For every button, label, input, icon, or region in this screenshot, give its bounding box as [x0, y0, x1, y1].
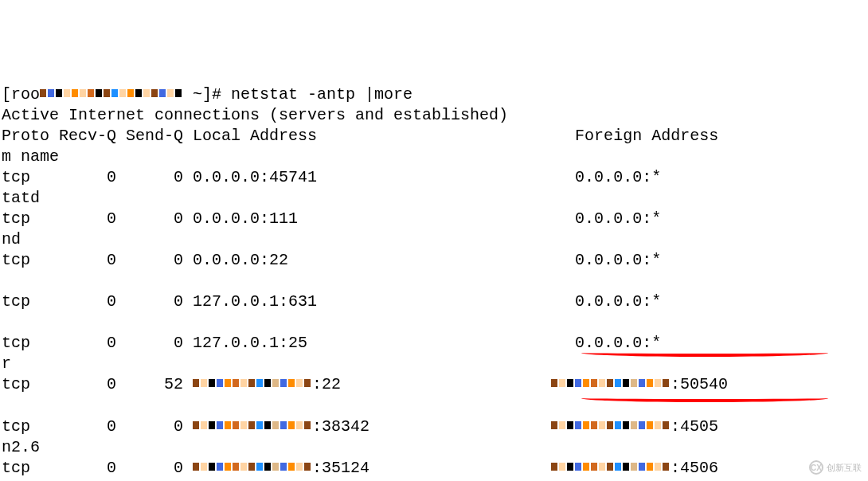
- table-row: tcp 0 0 127.0.0.1:631 0.0.0.0:*: [2, 291, 866, 312]
- row-wrap: nd: [2, 229, 866, 250]
- watermark-text: 创新互联: [827, 462, 862, 473]
- watermark: CX 创新互联: [809, 460, 862, 475]
- annotation-underline-icon: [581, 349, 828, 357]
- row-wrap: [2, 271, 866, 291]
- table-row: tcp 0 0 0.0.0.0:45741 0.0.0.0:*: [2, 167, 866, 188]
- column-headers: Proto Recv-Q Send-Q Local Address Foreig…: [2, 126, 866, 147]
- table-row: tcp 0 0 0.0.0.0:22 0.0.0.0:*: [2, 250, 866, 271]
- table-row: tcp 0 52 :22 :50540: [2, 374, 866, 395]
- row-wrap: tatd: [2, 188, 866, 209]
- header-title: Active Internet connections (servers and…: [2, 105, 866, 126]
- header-wrap: m name: [2, 147, 866, 167]
- row-wrap: r: [2, 354, 866, 374]
- terminal-output: [roo ~]# netstat -antp |moreActive Inter…: [2, 84, 866, 481]
- annotation-underline-icon: [581, 394, 828, 402]
- row-wrap: n2.6: [2, 437, 866, 458]
- table-row: tcp 0 0 0.0.0.0:111 0.0.0.0:*: [2, 209, 866, 229]
- table-row: tcp 0 0 :38342 :4505: [2, 416, 866, 437]
- watermark-logo-icon: CX: [809, 460, 823, 475]
- prompt-line: [roo ~]# netstat -antp |more: [2, 84, 866, 105]
- row-wrap: [2, 312, 866, 333]
- table-row: tcp 0 0 :35124 :4506: [2, 458, 866, 479]
